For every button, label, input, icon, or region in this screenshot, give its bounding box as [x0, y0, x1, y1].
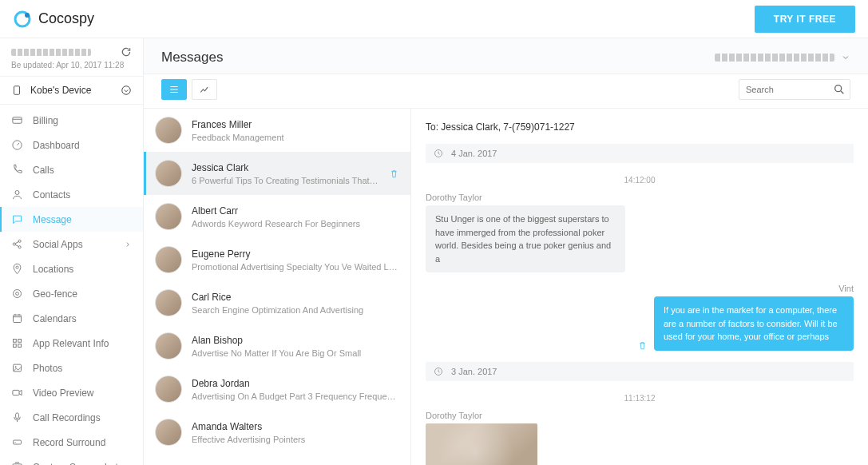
sidebar-item-photos[interactable]: Photos — [0, 356, 143, 380]
svg-point-8 — [18, 240, 21, 242]
device-name: Kobe's Device — [30, 85, 113, 96]
contact-preview: Feedback Management — [192, 133, 399, 142]
sidebar-item-capture-screenshots[interactable]: Capture Screenshots — [0, 455, 143, 465]
avatar — [155, 203, 182, 230]
svg-rect-22 — [14, 440, 22, 444]
clock-icon — [434, 149, 443, 158]
try-free-button[interactable]: TRY IT FREE — [755, 6, 855, 33]
contact-info: Debra JordanAdvertising On A Budget Part… — [192, 378, 399, 401]
contact-name: Frances Miller — [192, 119, 399, 130]
message-row: Stu Unger is one of the biggest supersta… — [426, 205, 854, 272]
contact-item[interactable]: Frances MillerFeedback Management — [144, 109, 410, 152]
contact-info: Eugene PerryPromotional Advertising Spec… — [192, 248, 399, 272]
svg-point-6 — [15, 191, 19, 195]
view-list-button[interactable] — [161, 79, 187, 100]
search-icon[interactable] — [833, 83, 846, 96]
message-image[interactable] — [426, 423, 537, 466]
device-info: Be updated: Apr 10, 2017 11:28 — [0, 38, 143, 77]
svg-point-11 — [14, 290, 22, 298]
sidebar-item-calendars[interactable]: Calendars — [0, 306, 143, 331]
search-wrap — [739, 79, 850, 100]
sidebar-item-video-preview[interactable]: Video Preview — [0, 380, 143, 405]
date-separator: 4 Jan. 2017 — [426, 144, 854, 163]
sidebar-item-label: Calls — [33, 165, 54, 176]
contact-item[interactable]: Amanda WaltersEffective Advertising Poin… — [144, 411, 410, 454]
contact-list: Frances MillerFeedback ManagementJessica… — [144, 109, 411, 465]
sidebar-item-app-relevant-info[interactable]: App Relevant Info — [0, 331, 143, 356]
card-icon — [11, 114, 23, 126]
svg-rect-16 — [14, 344, 17, 348]
sidebar-item-dashboard[interactable]: Dashboard — [0, 133, 143, 157]
sidebar-item-label: Locations — [33, 264, 73, 275]
contact-info: Alan BishopAdvertise No Matter If You Ar… — [192, 335, 399, 358]
rec-icon — [11, 436, 23, 448]
contact-info: Amanda WaltersEffective Advertising Poin… — [192, 421, 399, 444]
contact-name: Debra Jordan — [192, 378, 399, 389]
trash-icon[interactable] — [637, 340, 648, 351]
sidebar-item-call-recordings[interactable]: Call Recordings — [0, 405, 143, 430]
sidebar-item-label: Call Recordings — [33, 412, 101, 423]
sidebar-item-billing[interactable]: Billing — [0, 108, 143, 133]
contact-item[interactable]: Alan BishopAdvertise No Matter If You Ar… — [144, 324, 410, 368]
contact-preview: Promotional Advertising Specialty You Ve… — [192, 262, 399, 272]
sidebar-item-locations[interactable]: Locations — [0, 256, 143, 281]
chart-icon — [199, 84, 210, 95]
sidebar-item-label: Contacts — [33, 189, 70, 201]
svg-point-10 — [16, 266, 18, 268]
account-redacted — [11, 49, 91, 56]
brand-logo[interactable]: Cocospy — [13, 10, 94, 29]
sidebar-item-record-surround[interactable]: Record Surround — [0, 430, 143, 455]
sidebar-nav: BillingDashboardCallsContactsMessageSoci… — [0, 105, 143, 465]
sidebar-item-label: Message — [33, 214, 72, 225]
brand-name: Cocospy — [38, 10, 94, 27]
svg-point-3 — [122, 86, 131, 95]
sidebar-item-geo-fence[interactable]: Geo-fence — [0, 281, 143, 306]
contact-name: Eugene Perry — [192, 248, 399, 260]
video-icon — [11, 387, 23, 399]
sidebar-item-label: Calendars — [33, 313, 77, 324]
date-label: 4 Jan. 2017 — [451, 149, 497, 158]
contact-item[interactable]: Carl RiceSearch Engine Optimization And … — [144, 281, 410, 324]
device-selector[interactable]: Kobe's Device — [0, 77, 143, 105]
sidebar-item-contacts[interactable]: Contacts — [0, 182, 143, 207]
svg-point-9 — [18, 246, 21, 248]
refresh-icon[interactable] — [121, 46, 132, 58]
svg-point-7 — [13, 243, 15, 245]
avatar — [155, 419, 182, 446]
contact-item[interactable]: Eugene PerryPromotional Advertising Spec… — [144, 238, 410, 281]
contact-item[interactable]: Albert CarrAdwords Keyword Research For … — [144, 195, 410, 238]
contact-name: Alan Bishop — [192, 335, 399, 346]
account-email-redacted — [715, 54, 834, 62]
message-row — [426, 423, 854, 466]
content-header: Messages — [144, 38, 868, 74]
message-row: If you are in the market for a computer,… — [426, 296, 854, 351]
message-sender: Vint — [426, 284, 854, 293]
account-menu[interactable] — [715, 53, 850, 62]
sidebar-item-label: Video Preview — [33, 388, 94, 399]
sidebar-item-message[interactable]: Message — [0, 207, 143, 232]
svg-rect-21 — [16, 413, 19, 419]
sidebar: Be updated: Apr 10, 2017 11:28 Kobe's De… — [0, 38, 144, 465]
sidebar-item-calls[interactable]: Calls — [0, 157, 143, 182]
grid-icon — [11, 337, 23, 349]
contact-item[interactable]: Debra JordanAdvertising On A Budget Part… — [144, 368, 410, 411]
avatar — [155, 376, 182, 403]
view-chart-button[interactable] — [192, 79, 217, 100]
sidebar-item-social-apps[interactable]: Social Apps — [0, 232, 143, 256]
contact-name: Albert Carr — [192, 205, 399, 217]
svg-point-1 — [25, 13, 30, 18]
trash-icon[interactable] — [389, 169, 399, 179]
contact-preview: 6 Powerful Tips To Creating Testimonials… — [192, 176, 379, 185]
avatar — [155, 332, 182, 360]
contact-item[interactable]: Jessica Clark6 Powerful Tips To Creating… — [144, 152, 410, 195]
message-sender: Dorothy Taylor — [426, 193, 854, 202]
chevron-right-icon — [124, 240, 132, 248]
contact-preview: Search Engine Optimization And Advertisi… — [192, 305, 399, 315]
sidebar-item-label: Photos — [33, 363, 62, 374]
calendar-icon — [11, 312, 23, 324]
contact-preview: Advertising On A Budget Part 3 Frequency… — [192, 391, 399, 401]
svg-rect-4 — [13, 117, 22, 124]
date-label: 3 Jan. 2017 — [451, 367, 497, 376]
contact-name: Carl Rice — [192, 292, 399, 303]
svg-rect-20 — [13, 390, 19, 395]
